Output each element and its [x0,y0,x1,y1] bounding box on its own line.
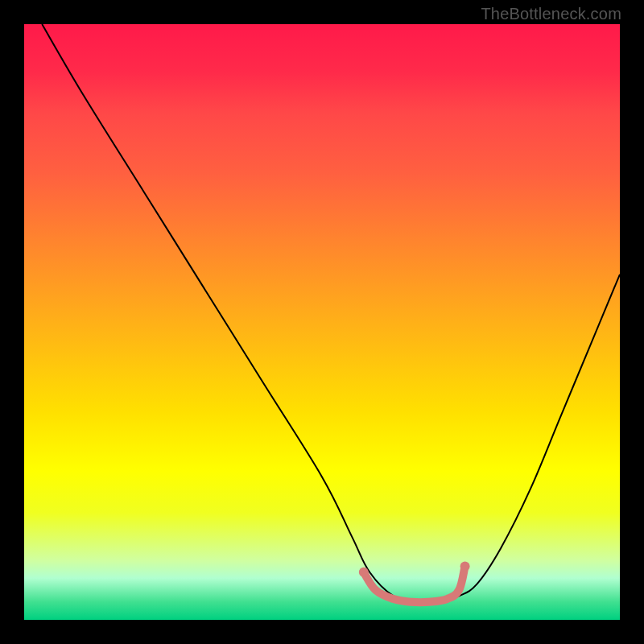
chart-svg [24,24,620,620]
plot-area [24,24,620,620]
bottleneck-curve [42,24,620,603]
watermark-text: TheBottleneck.com [481,5,621,23]
chart-container: TheBottleneck.com [0,0,644,644]
optimal-range-end-dot [460,561,470,571]
optimal-range-start-dot [359,568,369,577]
